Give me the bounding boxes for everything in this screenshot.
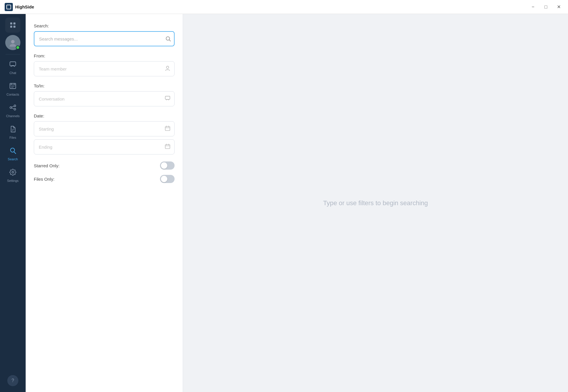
svg-rect-26 xyxy=(165,96,170,99)
sidebar-item-settings[interactable]: Settings xyxy=(3,165,23,186)
channels-icon xyxy=(9,104,16,113)
toin-placeholder: Conversation xyxy=(39,96,64,101)
files-only-toggle-knob xyxy=(161,176,167,182)
titlebar-controls: − □ ✕ xyxy=(528,2,563,12)
search-field-group: Search: xyxy=(34,23,175,46)
sidebar-item-files[interactable]: Files xyxy=(3,122,23,143)
search-input[interactable] xyxy=(34,31,175,46)
sidebar-item-channels-label: Channels xyxy=(6,114,20,118)
svg-rect-31 xyxy=(165,145,170,149)
contacts-icon xyxy=(9,82,16,91)
maximize-button[interactable]: □ xyxy=(541,2,551,12)
svg-point-14 xyxy=(14,105,16,107)
svg-rect-1 xyxy=(13,22,15,24)
sidebar-bottom: ? xyxy=(7,375,18,389)
starred-only-row: Starred Only: xyxy=(34,161,175,170)
close-button[interactable]: ✕ xyxy=(554,2,563,12)
svg-point-20 xyxy=(10,148,15,152)
main-content: Type or use filters to begin searching xyxy=(183,14,568,392)
svg-point-15 xyxy=(14,108,16,110)
svg-line-21 xyxy=(14,152,16,154)
toin-input[interactable]: Conversation xyxy=(34,91,175,106)
from-field-label: From: xyxy=(34,53,175,58)
svg-point-13 xyxy=(10,107,12,108)
from-placeholder: Team member xyxy=(39,66,67,71)
person-icon xyxy=(165,65,170,73)
sidebar-item-contacts[interactable]: Contacts xyxy=(3,79,23,99)
svg-point-5 xyxy=(10,44,16,47)
svg-line-24 xyxy=(169,40,171,41)
ending-placeholder: Ending xyxy=(39,145,52,150)
svg-rect-0 xyxy=(10,22,12,24)
sidebar-item-channels[interactable]: Channels xyxy=(3,101,23,121)
svg-point-4 xyxy=(11,40,15,43)
search-panel: Search: From: Team member xyxy=(26,14,183,392)
svg-line-17 xyxy=(12,108,14,109)
titlebar-left: HighSide xyxy=(5,3,34,11)
sidebar-item-chat-label: Chat xyxy=(9,71,16,75)
help-button[interactable]: ? xyxy=(7,375,18,386)
starting-input-wrap: Starting xyxy=(34,121,175,136)
sidebar-divider xyxy=(6,54,20,55)
conversation-icon xyxy=(165,95,170,103)
ending-input-wrap: Ending xyxy=(34,139,175,154)
svg-point-22 xyxy=(12,171,14,173)
sidebar-item-search-label: Search xyxy=(8,157,18,161)
search-nav-icon xyxy=(9,147,16,156)
starred-only-label: Starred Only: xyxy=(34,163,59,168)
sidebar-item-search[interactable]: Search xyxy=(3,144,23,164)
minimize-button[interactable]: − xyxy=(528,2,538,12)
app-logo-inner xyxy=(6,5,11,9)
sidebar-nav: Chat Contacts xyxy=(3,57,23,375)
sidebar-item-contacts-label: Contacts xyxy=(6,93,19,96)
date-row: Starting Ending xyxy=(34,121,175,154)
app-logo xyxy=(5,3,13,11)
svg-rect-27 xyxy=(165,126,170,131)
files-icon xyxy=(9,126,16,134)
from-field-group: From: Team member xyxy=(34,53,175,76)
settings-icon xyxy=(9,169,16,177)
toin-field-label: To/In: xyxy=(34,83,175,88)
app-body: Chat Contacts xyxy=(0,14,568,392)
empty-state-message: Type or use filters to begin searching xyxy=(323,199,428,207)
calendar-end-icon xyxy=(165,143,170,151)
sidebar-item-files-label: Files xyxy=(9,136,16,139)
date-field-group: Date: Starting xyxy=(34,113,175,154)
sidebar-apps-icon[interactable] xyxy=(5,17,20,33)
search-field-label: Search: xyxy=(34,23,175,28)
starred-only-toggle-knob xyxy=(161,162,167,169)
from-input-wrap: Team member xyxy=(34,61,175,76)
from-input[interactable]: Team member xyxy=(34,61,175,76)
avatar[interactable] xyxy=(5,35,20,50)
svg-rect-6 xyxy=(10,62,16,66)
files-only-label: Files Only: xyxy=(34,177,54,182)
files-only-row: Files Only: xyxy=(34,175,175,183)
toin-field-group: To/In: Conversation xyxy=(34,83,175,106)
toin-input-wrap: Conversation xyxy=(34,91,175,106)
ending-input[interactable]: Ending xyxy=(34,139,175,154)
sidebar-item-settings-label: Settings xyxy=(7,179,19,182)
sidebar-item-chat[interactable]: Chat xyxy=(3,57,23,78)
starred-only-toggle[interactable] xyxy=(160,161,175,170)
avatar-online-dot xyxy=(16,45,20,50)
search-input-wrap xyxy=(34,31,175,46)
date-field-label: Date: xyxy=(34,113,175,118)
app-title: HighSide xyxy=(15,4,34,9)
calendar-start-icon xyxy=(165,125,170,133)
svg-line-16 xyxy=(12,106,14,107)
search-submit-button[interactable] xyxy=(165,36,171,42)
chat-icon xyxy=(9,61,16,70)
sidebar: Chat Contacts xyxy=(0,14,26,392)
starting-input[interactable]: Starting xyxy=(34,121,175,136)
svg-rect-7 xyxy=(10,83,16,89)
svg-point-25 xyxy=(166,66,169,68)
titlebar: HighSide − □ ✕ xyxy=(0,0,568,14)
svg-rect-2 xyxy=(10,26,12,28)
files-only-toggle[interactable] xyxy=(160,175,175,183)
starting-placeholder: Starting xyxy=(39,126,54,131)
svg-rect-3 xyxy=(13,26,15,28)
